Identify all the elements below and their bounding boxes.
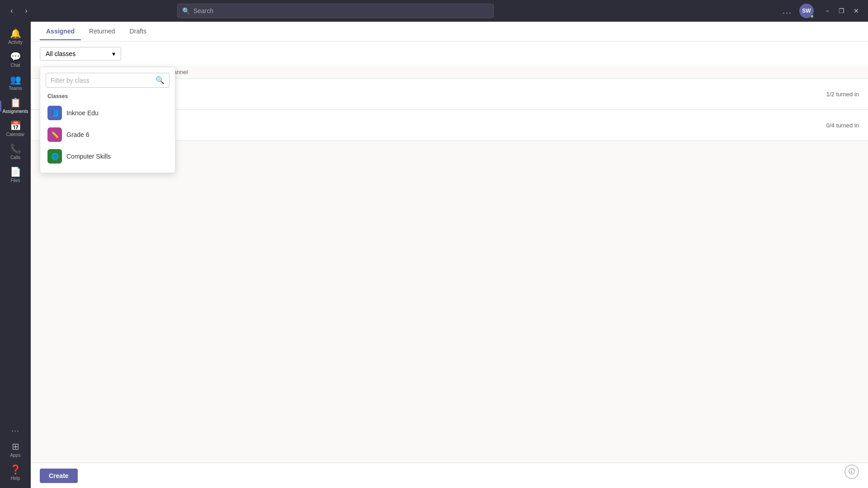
sidebar-label-activity: Activity [8,40,23,45]
back-button[interactable]: ‹ [5,5,18,17]
class-name-grade6: Grade 6 [66,131,90,138]
classes-section-label: Classes [40,91,175,102]
class-icon-inknoe: 📘 [47,106,62,120]
bottom-bar: Create [31,463,868,488]
window-controls: − ❐ ✕ [821,5,863,17]
calendar-icon: 📅 [10,121,21,130]
content-area: Assigned Returned Drafts All classes ▾ 🔍… [31,22,868,488]
chevron-down-icon: ▾ [112,50,115,57]
class-name-inknoe: Inknoe Edu [66,109,99,117]
activity-icon: 🔔 [10,29,21,38]
sidebar-item-help[interactable]: ❓ Help [0,461,31,484]
filter-search-icon: 🔍 [156,76,165,84]
nav-controls: ‹ › [5,5,33,17]
assignment-subtitle-natural-disasters: Inknoe Edu • Due tomorro [64,95,820,102]
all-classes-label: All classes [46,50,75,57]
class-icon-grade6: ✏️ [47,127,62,142]
teams-icon: 👥 [10,75,21,84]
tab-drafts[interactable]: Drafts [123,23,153,40]
sidebar-label-calls: Calls [10,155,20,160]
assignment-info-natural-disasters: Natural Disasters Inknoe Edu • Due tomor… [64,87,820,102]
dropdown-panel: 🔍 Classes 📘 Inknoe Edu ✏️ Grade 6 [40,67,175,173]
assignment-subtitle-unit1-review: Inknoe Edu • Due August [64,126,820,133]
sidebar-item-more[interactable]: ··· [0,423,31,438]
class-item-computer[interactable]: 🌐 Computer Skills [40,145,175,167]
filter-by-class-input[interactable] [51,77,152,84]
sidebar-item-chat[interactable]: 💬 Chat [0,48,31,71]
classes-dropdown: All classes ▾ 🔍 Classes 📘 Inknoe Edu [40,47,121,61]
forward-button[interactable]: › [20,5,33,17]
assignment-title-natural-disasters: Natural Disasters [64,87,820,94]
minimize-button[interactable]: − [821,5,834,17]
title-bar: ‹ › 🔍 ... SW − ❐ ✕ [0,0,868,22]
all-classes-button[interactable]: All classes ▾ [40,47,121,61]
sidebar-item-apps[interactable]: ⊞ Apps [0,438,31,461]
tab-returned[interactable]: Returned [83,23,122,40]
sidebar-label-files: Files [10,178,20,183]
tab-assigned[interactable]: Assigned [40,23,81,40]
tabs-bar: Assigned Returned Drafts [31,22,868,42]
dropdown-search: 🔍 [46,73,170,88]
sidebar-label-apps: Apps [10,453,21,458]
sidebar-item-teams[interactable]: 👥 Teams [0,71,31,94]
files-icon: 📄 [10,167,21,176]
create-button[interactable]: Create [40,469,78,483]
info-circle-button[interactable]: ⓘ [844,465,859,479]
sidebar-label-chat: Chat [10,63,20,68]
assignment-title-unit1-review: Unit 1 Review [64,118,820,125]
sidebar-item-files[interactable]: 📄 Files [0,164,31,187]
chat-icon: 💬 [10,52,21,61]
sidebar-item-activity[interactable]: 🔔 Activity [0,25,31,48]
search-bar: 🔍 [177,4,494,18]
avatar-status [810,14,814,18]
class-name-computer: Computer Skills [66,153,111,160]
sidebar-label-calendar: Calendar [6,132,25,137]
calls-icon: 📞 [10,144,21,153]
class-icon-computer: 🌐 [47,149,62,164]
class-item-grade6[interactable]: ✏️ Grade 6 [40,124,175,145]
sidebar-item-calendar[interactable]: 📅 Calendar [0,117,31,141]
search-icon: 🔍 [182,7,190,14]
apps-icon: ⊞ [12,442,19,451]
avatar-initials: SW [802,8,811,14]
title-bar-right: ... SW − ❐ ✕ [779,4,863,18]
main-container: 🔔 Activity 💬 Chat 👥 Teams 📋 Assignments … [0,22,868,488]
help-icon: ❓ [10,465,21,474]
assignment-info-unit1-review: Unit 1 Review Inknoe Edu • Due August [64,118,820,133]
sidebar-label-help: Help [11,476,20,481]
avatar-button[interactable]: SW [799,4,814,18]
search-input[interactable] [193,7,489,14]
more-options-button[interactable]: ... [779,5,796,18]
more-icon: ··· [11,427,19,435]
assignments-icon: 📋 [10,98,21,107]
assignment-status-natural-disasters: 1/2 turned in [826,91,859,98]
sidebar-item-assignments[interactable]: 📋 Assignments [0,94,31,117]
sidebar: 🔔 Activity 💬 Chat 👥 Teams 📋 Assignments … [0,22,31,488]
maximize-button[interactable]: ❐ [835,5,848,17]
close-button[interactable]: ✕ [850,5,863,17]
assignment-status-unit1-review: 0/4 turned in [826,122,859,129]
filter-row: All classes ▾ 🔍 Classes 📘 Inknoe Edu [31,42,868,66]
sidebar-label-assignments: Assignments [2,109,28,114]
sidebar-label-teams: Teams [9,86,22,91]
class-item-inknoe[interactable]: 📘 Inknoe Edu [40,102,175,124]
sidebar-item-calls[interactable]: 📞 Calls [0,141,31,164]
